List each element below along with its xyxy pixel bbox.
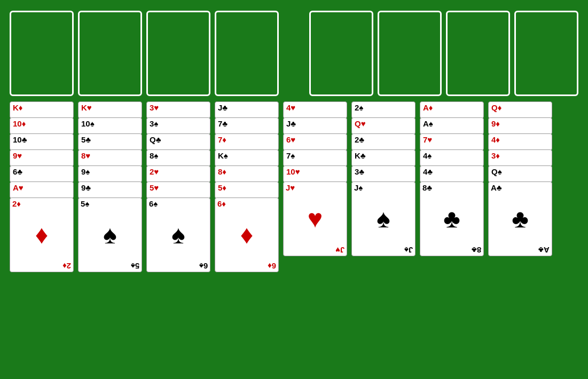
card-label: 7♣: [218, 119, 228, 128]
card-label: 3♦: [491, 151, 500, 160]
card-label: A♠: [423, 119, 433, 128]
card[interactable]: 4♣: [420, 165, 484, 183]
card[interactable]: A♣♣A♣: [488, 181, 552, 256]
card[interactable]: 3♥: [146, 101, 210, 119]
card-center-suit: ♠: [171, 222, 185, 248]
foundation-1[interactable]: [309, 11, 373, 96]
card-label: 3♣: [355, 167, 364, 176]
card[interactable]: 4♥: [283, 101, 347, 119]
card-label: 2♠: [355, 103, 363, 112]
card-label: 10♦: [13, 119, 26, 128]
card[interactable]: 6♣: [10, 165, 74, 183]
card[interactable]: 5♠♠5♠: [78, 198, 142, 272]
card[interactable]: 5♦: [215, 181, 279, 199]
card-label: 7♦: [218, 135, 226, 144]
card-label-tl: J♠: [354, 183, 363, 193]
card[interactable]: J♣: [283, 117, 347, 135]
card[interactable]: 3♠: [146, 117, 210, 135]
column-6: 2♠Q♥2♣K♣3♣J♠♠J♠: [351, 101, 415, 272]
foundation-2[interactable]: [378, 11, 442, 96]
card[interactable]: J♥♥J♥: [283, 181, 347, 256]
card[interactable]: A♦: [420, 101, 484, 119]
card[interactable]: 10♦: [10, 117, 74, 135]
card-label-br: J♥: [335, 245, 344, 255]
card-label: Q♣: [150, 135, 161, 144]
card[interactable]: 3♦: [488, 149, 552, 167]
freecells: [10, 11, 279, 96]
card[interactable]: 8♥: [78, 149, 142, 167]
card-label-br: 8♣: [472, 245, 481, 255]
column-4: J♣7♣7♦K♠8♦5♦6♦♦6♦: [215, 101, 279, 272]
card[interactable]: 9♠: [78, 165, 142, 183]
card-label: 7♠: [286, 151, 295, 160]
card[interactable]: A♥: [10, 181, 74, 199]
card-label: J♣: [286, 119, 296, 128]
card[interactable]: 4♠: [420, 149, 484, 167]
card[interactable]: K♠: [215, 149, 279, 167]
card[interactable]: Q♦: [488, 101, 552, 119]
card-label-tl: 5♠: [81, 199, 89, 209]
card[interactable]: 2♦♦2♦: [10, 198, 74, 272]
card[interactable]: 10♣: [10, 133, 74, 151]
card-label: K♥: [81, 103, 92, 112]
card-label-tl: 6♠: [149, 199, 158, 209]
card-label: Q♥: [355, 119, 366, 128]
top-area: [0, 7, 588, 99]
card[interactable]: K♦: [10, 101, 74, 119]
freecell-2[interactable]: [78, 11, 142, 96]
card[interactable]: 7♦: [215, 133, 279, 151]
card[interactable]: 5♥: [146, 181, 210, 199]
card-label: 8♠: [150, 151, 158, 160]
card-label: 8♥: [81, 151, 90, 160]
card-label: 2♣: [355, 135, 364, 144]
card[interactable]: K♥: [78, 101, 142, 119]
card[interactable]: 7♠: [283, 149, 347, 167]
card-label-br: J♠: [404, 245, 413, 255]
freecell-1[interactable]: [10, 11, 74, 96]
card[interactable]: 6♦♦6♦: [215, 198, 279, 272]
card[interactable]: 6♥: [283, 133, 347, 151]
card-label: A♥: [13, 183, 23, 192]
freecell-3[interactable]: [146, 11, 210, 96]
card[interactable]: 5♣: [78, 133, 142, 151]
card[interactable]: 7♣: [215, 117, 279, 135]
card-center-suit: ♠: [103, 222, 117, 248]
foundation-4[interactable]: [514, 11, 578, 96]
card-label: 10♥: [286, 167, 300, 176]
card-label-br: 5♠: [131, 261, 139, 271]
card[interactable]: 7♥: [420, 133, 484, 151]
card[interactable]: 8♠: [146, 149, 210, 167]
card[interactable]: Q♥: [351, 117, 415, 135]
card[interactable]: 9♥: [10, 149, 74, 167]
card[interactable]: 8♦: [215, 165, 279, 183]
card[interactable]: J♣: [215, 101, 279, 119]
page-title: [0, 0, 588, 7]
card-label-tl: 2♦: [12, 199, 21, 209]
card[interactable]: 8♣♣8♣: [420, 181, 484, 256]
card[interactable]: J♠♠J♠: [351, 181, 415, 256]
card[interactable]: 9♣: [78, 181, 142, 199]
card[interactable]: 10♥: [283, 165, 347, 183]
card[interactable]: 9♦: [488, 117, 552, 135]
card[interactable]: A♠: [420, 117, 484, 135]
foundation-3[interactable]: [446, 11, 510, 96]
card[interactable]: 2♥: [146, 165, 210, 183]
card[interactable]: 6♠♠6♠: [146, 198, 210, 272]
card[interactable]: 4♦: [488, 133, 552, 151]
card-label: 6♥: [286, 135, 295, 144]
foundations: [309, 11, 578, 96]
card[interactable]: 3♣: [351, 165, 415, 183]
card-center-suit: ♠: [377, 206, 390, 232]
freecell-4[interactable]: [215, 11, 279, 96]
card[interactable]: Q♣: [146, 133, 210, 151]
column-8: Q♦9♦4♦3♦Q♠A♣♣A♣: [488, 101, 552, 272]
card[interactable]: Q♠: [488, 165, 552, 183]
card[interactable]: 2♣: [351, 133, 415, 151]
card-label: K♠: [218, 151, 228, 160]
card-label-tl: 8♣: [422, 183, 432, 193]
card[interactable]: K♣: [351, 149, 415, 167]
card[interactable]: 2♠: [351, 101, 415, 119]
card-label: 10♣: [13, 135, 27, 144]
card[interactable]: 10♠: [78, 117, 142, 135]
card-label: 5♥: [150, 183, 159, 192]
